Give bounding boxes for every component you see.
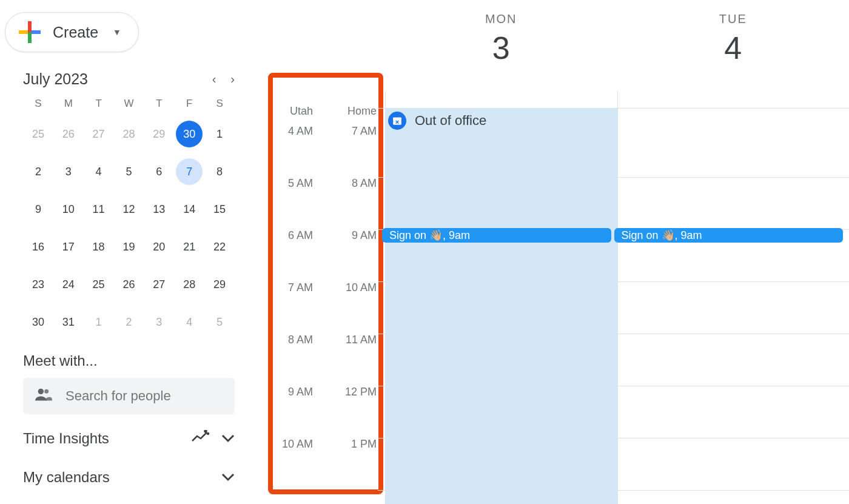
dow-label: M bbox=[53, 98, 84, 110]
mini-cal-day[interactable]: 9 bbox=[25, 196, 52, 223]
mini-cal-day[interactable]: 26 bbox=[115, 271, 142, 298]
calendar-event[interactable]: Sign on 👋🏼, 9am bbox=[382, 228, 611, 243]
caret-down-icon: ▼ bbox=[113, 27, 121, 37]
svg-point-0 bbox=[38, 389, 44, 394]
create-label: Create bbox=[53, 24, 98, 41]
mini-cal-day[interactable]: 7 bbox=[176, 158, 203, 185]
time-insights-title: Time Insights bbox=[23, 430, 109, 447]
mini-cal-day[interactable]: 14 bbox=[176, 196, 203, 223]
mini-cal-day[interactable]: 4 bbox=[176, 309, 203, 335]
mini-cal-day[interactable]: 16 bbox=[25, 234, 52, 260]
mini-cal-day[interactable]: 22 bbox=[206, 234, 233, 260]
hour-label: 4 AM bbox=[258, 125, 313, 177]
dow-label: MON bbox=[385, 0, 617, 26]
mini-cal-day[interactable]: 3 bbox=[55, 158, 82, 185]
mini-cal-day[interactable]: 23 bbox=[25, 271, 52, 298]
hour-label: 7 AM bbox=[258, 281, 313, 334]
mini-cal-day[interactable]: 25 bbox=[86, 271, 112, 298]
mini-cal-day[interactable]: 18 bbox=[86, 234, 112, 260]
mini-cal-day[interactable]: 30 bbox=[176, 121, 203, 147]
mini-cal-day[interactable]: 4 bbox=[86, 158, 112, 185]
time-insights-section[interactable]: Time Insights bbox=[5, 414, 253, 453]
hour-label: 9 AM bbox=[321, 229, 377, 281]
mini-cal-day[interactable]: 5 bbox=[115, 158, 142, 185]
day-columns[interactable]: Out of officeSign on 👋🏼, 9amSign on 👋🏼, … bbox=[385, 91, 849, 504]
svg-point-1 bbox=[44, 389, 49, 394]
mini-cal-day[interactable]: 1 bbox=[206, 121, 233, 147]
mini-cal-day[interactable]: 5 bbox=[206, 309, 233, 335]
hour-label: 12 PM bbox=[321, 386, 377, 438]
calendar-x-icon bbox=[388, 112, 406, 130]
chevron-down-icon bbox=[221, 431, 235, 446]
mini-cal-day[interactable]: 27 bbox=[86, 121, 112, 147]
mini-cal-day[interactable]: 29 bbox=[146, 121, 172, 147]
mini-cal-day[interactable]: 20 bbox=[146, 234, 172, 260]
out-of-office-block[interactable] bbox=[386, 108, 617, 504]
create-button[interactable]: Create ▼ bbox=[5, 12, 139, 52]
mini-cal-day[interactable]: 12 bbox=[115, 196, 142, 223]
ooo-title: Out of office bbox=[415, 113, 486, 129]
mini-cal-day[interactable]: 8 bbox=[206, 158, 233, 185]
timezone-columns: Utah4 AM5 AM6 AM7 AM8 AM9 AM10 AMHome7 A… bbox=[258, 91, 385, 504]
people-icon bbox=[35, 388, 52, 405]
hour-label: 1 PM bbox=[321, 438, 377, 490]
mini-cal-day[interactable]: 3 bbox=[146, 309, 172, 335]
mini-cal-day[interactable]: 25 bbox=[25, 121, 52, 147]
mini-cal-day[interactable]: 1 bbox=[86, 309, 112, 335]
mini-cal-day[interactable]: 26 bbox=[55, 121, 82, 147]
hour-label: 9 AM bbox=[258, 386, 313, 438]
svg-rect-5 bbox=[393, 118, 401, 119]
plus-icon bbox=[19, 21, 41, 43]
hour-label: 8 AM bbox=[258, 334, 313, 386]
next-month-button[interactable]: › bbox=[230, 72, 235, 86]
mini-cal-day[interactable]: 15 bbox=[206, 196, 233, 223]
hour-label: 10 AM bbox=[258, 438, 313, 490]
sparkle-chart-icon bbox=[191, 430, 209, 447]
mini-cal-day[interactable]: 6 bbox=[146, 158, 172, 185]
search-people-field[interactable] bbox=[23, 378, 235, 414]
dow-label: T bbox=[84, 98, 114, 110]
calendar-event[interactable]: Sign on 👋🏼, 9am bbox=[614, 228, 844, 243]
hour-label: 10 AM bbox=[321, 281, 377, 334]
mini-cal-day[interactable]: 31 bbox=[55, 309, 82, 335]
search-people-input[interactable] bbox=[64, 388, 223, 405]
hour-label: 7 AM bbox=[321, 125, 377, 177]
dow-label: F bbox=[174, 98, 204, 110]
mini-cal-day[interactable]: 27 bbox=[146, 271, 172, 298]
my-calendars-section[interactable]: My calendars bbox=[5, 453, 253, 492]
mini-cal-day[interactable]: 2 bbox=[25, 158, 52, 185]
hour-label: 8 AM bbox=[321, 177, 377, 229]
day-header[interactable]: TUE4 bbox=[617, 0, 850, 91]
mini-cal-day[interactable]: 17 bbox=[55, 234, 82, 260]
dow-label: S bbox=[204, 98, 235, 110]
hour-label: 5 AM bbox=[258, 177, 313, 229]
mini-calendar: July 2023 ‹ › SMTWTFS2526272829301234567… bbox=[5, 70, 253, 335]
meet-with-title: Meet with... bbox=[5, 335, 253, 378]
day-header[interactable]: MON3 bbox=[385, 0, 617, 91]
ooo-header: Out of office bbox=[388, 112, 486, 130]
mini-cal-day[interactable]: 28 bbox=[176, 271, 203, 298]
mini-cal-day[interactable]: 11 bbox=[86, 196, 112, 223]
mini-cal-day[interactable]: 19 bbox=[115, 234, 142, 260]
chevron-down-icon bbox=[221, 469, 235, 485]
mini-cal-title: July 2023 bbox=[23, 70, 88, 88]
tz-col: Utah4 AM5 AM6 AM7 AM8 AM9 AM10 AM bbox=[258, 91, 321, 504]
tz-col: Home7 AM8 AM9 AM10 AM11 AM12 PM1 PM bbox=[321, 91, 385, 504]
mini-cal-day[interactable]: 29 bbox=[206, 271, 233, 298]
mini-cal-day[interactable]: 21 bbox=[176, 234, 203, 260]
date-num: 3 bbox=[385, 30, 617, 66]
hour-label: 6 AM bbox=[258, 229, 313, 281]
day-col[interactable]: Out of officeSign on 👋🏼, 9am bbox=[385, 91, 617, 504]
mini-cal-day[interactable]: 2 bbox=[115, 309, 142, 335]
mini-cal-day[interactable]: 30 bbox=[25, 309, 52, 335]
prev-month-button[interactable]: ‹ bbox=[212, 72, 216, 86]
mini-cal-day[interactable]: 13 bbox=[146, 196, 172, 223]
mini-cal-day[interactable]: 10 bbox=[55, 196, 82, 223]
day-col[interactable]: Sign on 👋🏼, 9am bbox=[617, 91, 850, 504]
dow-label: S bbox=[23, 98, 53, 110]
calendar-main: MON3TUE4 Utah4 AM5 AM6 AM7 AM8 AM9 AM10 … bbox=[258, 0, 849, 504]
svg-point-3 bbox=[207, 433, 209, 434]
mini-cal-day[interactable]: 28 bbox=[115, 121, 142, 147]
mini-cal-day[interactable]: 24 bbox=[55, 271, 82, 298]
hour-label: 11 AM bbox=[321, 334, 377, 386]
